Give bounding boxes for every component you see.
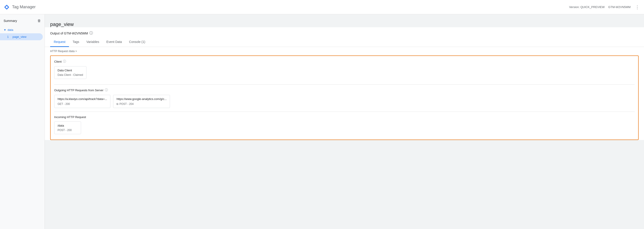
summary-item[interactable]: Summary 🗑: [0, 16, 44, 25]
chevron-down-icon: ▼: [4, 28, 6, 31]
output-label: Output of GTM-W2VN5MM: [50, 31, 88, 35]
client-section-title: Client ⓘ: [54, 59, 634, 63]
page-header: page_view: [45, 18, 644, 27]
sidebar-group-name: data: [8, 28, 13, 31]
sidebar: Summary 🗑 ▼ data 1 page_view: [0, 14, 45, 229]
outgoing-card-1[interactable]: https://a.klaviyo.com/api/track?data=...…: [54, 95, 110, 108]
outgoing-url-1: https://a.klaviyo.com/api/track?data=...: [58, 97, 107, 101]
outgoing-status-2: ⧉ POST - 204: [116, 102, 166, 106]
tab-request[interactable]: Request: [50, 37, 69, 47]
outgoing-card-2[interactable]: https://www.google-analytics.com/g/c... …: [113, 95, 170, 108]
copy-icon[interactable]: ⧉: [116, 102, 118, 106]
client-card-sub: Data Client - Claimed: [58, 73, 83, 76]
content-wrapper: page_view Output of GTM-W2VN5MM ⓘ Reques…: [45, 18, 644, 140]
navbar: Tag Manager Version: QUICK_PREVIEW GTM-W…: [0, 0, 644, 14]
tab-event-data[interactable]: Event Data: [103, 37, 126, 47]
tab-console[interactable]: Console (1): [126, 37, 149, 47]
section-divider-2: [54, 112, 634, 112]
page-title: page_view: [50, 21, 639, 27]
summary-label: Summary: [4, 19, 17, 22]
outgoing-http-cards: https://a.klaviyo.com/api/track?data=...…: [54, 95, 634, 108]
incoming-card-label: /data: [58, 124, 78, 127]
main-content: page_view Output of GTM-W2VN5MM ⓘ Reques…: [45, 14, 644, 229]
client-info-icon[interactable]: ⓘ: [63, 59, 66, 63]
incoming-card-sub: POST - 200: [58, 129, 78, 132]
logo-icon: [4, 4, 10, 10]
client-card-label: Data Client: [58, 69, 83, 72]
sidebar-item-page-view[interactable]: 1 page_view: [0, 33, 43, 40]
tab-tags[interactable]: Tags: [69, 37, 83, 47]
outgoing-info-icon[interactable]: ⓘ: [105, 88, 108, 92]
outgoing-label: Outgoing HTTP Requests from Server: [54, 89, 104, 92]
incoming-section-title: Incoming HTTP Request: [54, 115, 634, 119]
outgoing-status-1: GET - 200: [58, 102, 107, 106]
item-label: page_view: [12, 35, 26, 38]
container-id: GTM-W2VN5MM: [608, 5, 630, 9]
navbar-right: Version: QUICK_PREVIEW GTM-W2VN5MM ⋮: [569, 3, 640, 11]
tabs-bar: Request Tags Variables Event Data Consol…: [45, 37, 644, 47]
sidebar-group-header[interactable]: ▼ data: [0, 26, 44, 33]
outgoing-section-title: Outgoing HTTP Requests from Server ⓘ: [54, 88, 634, 92]
outgoing-url-2: https://www.google-analytics.com/g/c...: [116, 97, 166, 101]
incoming-label: Incoming HTTP Request: [54, 115, 86, 119]
trash-icon[interactable]: 🗑: [38, 19, 41, 23]
app-name: Tag Manager: [12, 5, 36, 9]
breadcrumb: HTTP Request /data >: [45, 47, 644, 55]
incoming-card[interactable]: /data POST - 200: [54, 121, 81, 134]
output-header: Output of GTM-W2VN5MM ⓘ: [45, 27, 644, 35]
tab-variables[interactable]: Variables: [83, 37, 103, 47]
output-info-icon[interactable]: ⓘ: [89, 31, 93, 35]
section-divider-1: [54, 84, 634, 85]
client-label: Client: [54, 60, 62, 63]
client-card[interactable]: Data Client Data Client - Claimed: [54, 66, 86, 79]
version-label: Version: QUICK_PREVIEW: [569, 5, 604, 9]
outgoing-status-2-text: POST - 204: [119, 102, 134, 106]
highlight-box: Client ⓘ Data Client Data Client - Claim…: [50, 55, 639, 140]
breadcrumb-text: HTTP Request /data >: [50, 50, 77, 53]
sidebar-group-data: ▼ data 1 page_view: [0, 25, 44, 41]
app-logo: Tag Manager: [4, 4, 36, 10]
item-number: 1: [7, 35, 11, 38]
layout: Summary 🗑 ▼ data 1 page_view page_view O…: [0, 14, 644, 229]
more-options-icon[interactable]: ⋮: [634, 3, 640, 11]
